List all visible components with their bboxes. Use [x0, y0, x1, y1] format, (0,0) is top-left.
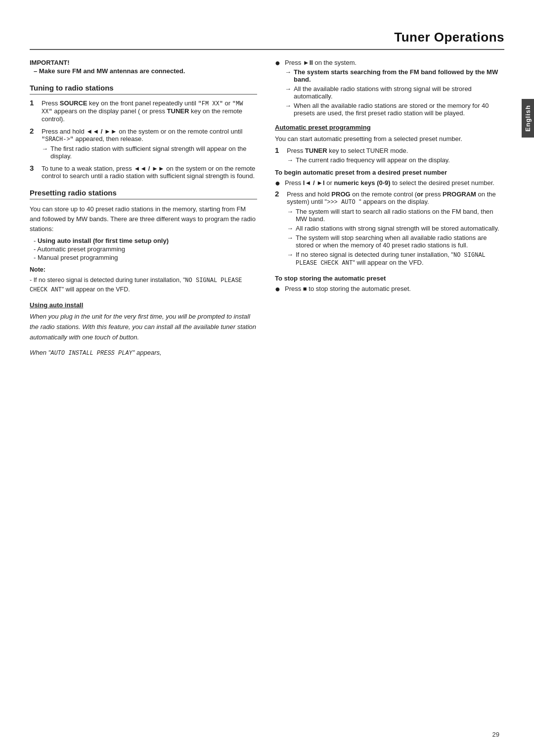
auto-install-title: Using auto install [30, 301, 257, 309]
dash-item-2: Automatic preset programming [34, 245, 257, 253]
tuning-step-1: 1 Press SOURCE key on the front panel re… [30, 99, 257, 123]
presetting-intro: You can store up to 40 preset radio stat… [30, 204, 257, 234]
presetting-section-title: Presetting radio stations [30, 189, 257, 199]
dash-item-3: Manual preset programming [34, 254, 257, 261]
auto-preset-steps: 1 Press TUNER key to select TUNER mode. … [275, 147, 504, 164]
auto-install-when: When "AUTO INSTALL PRESS PLAY" appears, [30, 348, 257, 358]
side-tab-label: English [524, 105, 532, 132]
right-column: ● Press ►II on the system. → The system … [275, 59, 504, 361]
begin-preset-bullet: ● Press I◄ / ►I or numeric keys (0-9) to… [275, 179, 504, 188]
side-tab: English [522, 99, 534, 138]
presetting-dash-list: Using auto install (for first time setup… [34, 237, 257, 261]
tuning-step-2: 2 Press and hold ◄◄ / ►► on the system o… [30, 128, 257, 160]
tuning-step-3: 3 To tune to a weak station, press ◄◄ / … [30, 165, 257, 180]
stop-preset-heading: To stop storing the automatic preset [275, 275, 504, 282]
auto-preset-step-2: 2 Press and hold PROG on the remote cont… [275, 190, 504, 267]
important-text: – Make sure FM and MW antennas are conne… [34, 67, 257, 75]
stop-preset-bullet: ● Press ■ to stop storing the automatic … [275, 285, 504, 293]
page-title: Tuner Operations [30, 30, 504, 50]
press-play-bullet: ● Press ►II on the system. → The system … [275, 59, 504, 117]
important-label: IMPORTANT! [30, 59, 257, 66]
auto-install-italic: When you plug in the unit for the very f… [30, 312, 257, 342]
auto-preset-title: Automatic preset programming [275, 124, 504, 131]
auto-preset-intro: You can start automatic presetting from … [275, 134, 504, 144]
auto-preset-step-1: 1 Press TUNER key to select TUNER mode. … [275, 147, 504, 164]
auto-preset-step2-list: 2 Press and hold PROG on the remote cont… [275, 190, 504, 267]
important-box: IMPORTANT! – Make sure FM and MW antenna… [30, 59, 257, 75]
page-number: 29 [492, 731, 499, 738]
begin-preset-heading: To begin automatic preset from a desired… [275, 169, 504, 176]
left-column: IMPORTANT! – Make sure FM and MW antenna… [30, 59, 257, 361]
dash-item-1: Using auto install (for first time setup… [34, 237, 257, 244]
tuning-steps-list: 1 Press SOURCE key on the front panel re… [30, 99, 257, 180]
two-col-layout: IMPORTANT! – Make sure FM and MW antenna… [30, 59, 504, 361]
note-block: Note: - If no stereo signal is detected … [30, 265, 257, 294]
tuning-section-title: Tuning to radio stations [30, 84, 257, 94]
page-container: English Tuner Operations IMPORTANT! – Ma… [0, 0, 534, 756]
